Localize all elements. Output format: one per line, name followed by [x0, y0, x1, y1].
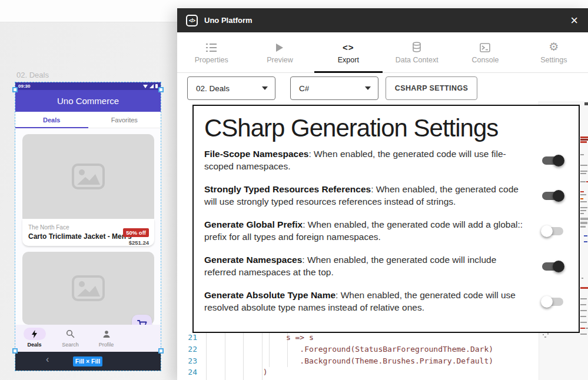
gear-icon: ⚙: [549, 41, 559, 52]
minimap-mark: [580, 181, 586, 182]
minimap-mark: [584, 241, 587, 242]
profile-icon: [102, 330, 111, 338]
minimap-mark: [580, 165, 587, 166]
signal-icon: [150, 84, 154, 88]
phone-bottom-nav: Deals Search: [15, 325, 161, 352]
selection-handle-bottom-right[interactable]: [158, 348, 164, 354]
database-icon: [412, 41, 421, 52]
close-icon[interactable]: ×: [569, 15, 579, 26]
minimap-mark: [580, 304, 586, 305]
app-title: Uno Commerce: [57, 96, 119, 106]
minimap-mark: [580, 207, 587, 208]
minimap-mark: [580, 198, 583, 199]
wifi-icon: [143, 85, 148, 88]
selection-handle-bottom-left[interactable]: [12, 348, 18, 354]
tab-settings[interactable]: ⚙ Settings: [520, 32, 588, 72]
phone-tab-underline: [15, 127, 88, 128]
toggle-generate-absolute-type-name[interactable]: [542, 298, 563, 306]
minimap-mark: [547, 333, 549, 335]
toggle-thumb: [553, 190, 564, 202]
tab-data-context[interactable]: Data Context: [383, 32, 451, 72]
back-chevron[interactable]: ‹: [46, 354, 49, 365]
minimap-mark: [543, 334, 544, 335]
phone-artboard[interactable]: 09:30 Uno Commerce Deals Favorites: [15, 82, 161, 371]
minimap-mark: [580, 141, 587, 143]
play-icon: [275, 41, 284, 52]
toggle-generate-namespaces[interactable]: [542, 262, 563, 271]
artboard-label: 02. Deals: [16, 71, 49, 79]
setting-file-scope-namespaces: File-Scope Namespaces: When enabled, the…: [204, 148, 568, 172]
toggle-file-scope-namespaces[interactable]: [542, 156, 563, 165]
tab-preview[interactable]: Preview: [245, 32, 314, 72]
minimap-mark: [580, 287, 588, 289]
active-tab-underline: [314, 71, 383, 73]
minimap-mark: [580, 136, 588, 138]
minimap-mark: [580, 201, 587, 202]
product-image-placeholder-2[interactable]: [22, 252, 154, 325]
window-tab-bar: Properties Preview <> Export: [177, 32, 588, 73]
toggle-thumb: [541, 296, 553, 308]
page-select-dropdown[interactable]: 02. Deals: [187, 76, 275, 100]
minimap-mark: [580, 171, 587, 172]
chevron-down-icon: [262, 86, 268, 90]
language-select-dropdown[interactable]: C#: [290, 76, 378, 100]
status-time: 09:30: [18, 84, 30, 89]
minimap-mark: [580, 334, 587, 335]
minimap-mark: [580, 191, 584, 192]
toggle-thumb: [553, 261, 564, 272]
minimap-mark: [580, 316, 586, 317]
minimap-mark: [580, 173, 586, 174]
size-overlay-button[interactable]: Fill × Fill: [73, 356, 102, 366]
setting-strongly-typed-resources: Strongly Typed Resources References: Whe…: [204, 184, 568, 208]
minimap-mark: [582, 278, 583, 279]
selection-handle-top-left[interactable]: [12, 87, 18, 92]
minimap-mark: [580, 322, 587, 323]
product-image-placeholder[interactable]: [22, 134, 154, 219]
deals-pill: [24, 328, 46, 340]
battery-icon: [155, 84, 158, 88]
terminal-icon: [480, 41, 490, 52]
uno-code-logo-icon: </>: [186, 15, 198, 26]
setting-generate-namespaces: Generate Namespaces: When enabled, the g…: [204, 254, 568, 278]
chevron-down-icon: [365, 86, 371, 90]
minimap-mark: [580, 298, 587, 299]
setting-generate-global-prefix: Generate Global Prefix: When enabled, th…: [204, 219, 568, 243]
minimap-mark: [580, 328, 585, 329]
selection-handle-top-right[interactable]: [158, 87, 164, 92]
minimap-mark: [584, 235, 587, 236]
setting-generate-absolute-type-name: Generate Absolute Type Name: When enable…: [204, 289, 568, 314]
minimap-mark: [580, 213, 584, 214]
nav-item-search[interactable]: Search: [52, 328, 88, 352]
minimap-mark: [580, 139, 588, 141]
uno-platform-window: </> Uno Platform × Properties Pr: [177, 8, 588, 380]
window-title-bar[interactable]: </> Uno Platform ×: [177, 8, 588, 32]
code-lines: 21 s => s 22 .Foreground(StatusBarForegr…: [177, 332, 536, 380]
search-icon: [66, 329, 75, 338]
image-placeholder-icon: [71, 163, 105, 190]
phone-status-bar: 09:30: [15, 82, 161, 90]
phone-tab-favorites[interactable]: Favorites: [88, 112, 161, 128]
csharp-settings-dialog: CSharp Generation Settings File-Scope Na…: [192, 105, 580, 333]
minimap-mark: [580, 194, 586, 195]
minimap-mark: [580, 226, 586, 228]
toggle-thumb: [553, 155, 564, 166]
lightning-icon: [31, 330, 38, 338]
nav-item-profile[interactable]: Profile: [88, 328, 124, 352]
discount-badge: 50% off: [123, 228, 149, 237]
phone-tab-deals[interactable]: Deals: [15, 112, 88, 128]
minimap-mark: [580, 210, 586, 211]
csharp-settings-button[interactable]: CSHARP SETTINGS: [386, 76, 477, 100]
app-bar: Uno Commerce: [15, 90, 161, 112]
toggle-generate-global-prefix[interactable]: [542, 227, 563, 235]
screen: 02. Deals 09:30 Uno Commerce Deals Favor…: [0, 0, 588, 380]
phone-tab-bar: Deals Favorites: [15, 112, 161, 128]
tab-properties[interactable]: Properties: [177, 32, 245, 72]
nav-item-deals[interactable]: Deals: [16, 328, 52, 352]
tab-console[interactable]: Console: [451, 32, 519, 72]
dialog-title: CSharp Generation Settings: [204, 114, 568, 142]
product-info-card[interactable]: The North Face Carto Triclimate Jacket -…: [22, 219, 154, 246]
toggle-strongly-typed-resources[interactable]: [542, 192, 563, 200]
tab-export[interactable]: <> Export: [314, 32, 383, 72]
minimap-mark: [580, 222, 587, 224]
list-icon: [206, 41, 217, 52]
